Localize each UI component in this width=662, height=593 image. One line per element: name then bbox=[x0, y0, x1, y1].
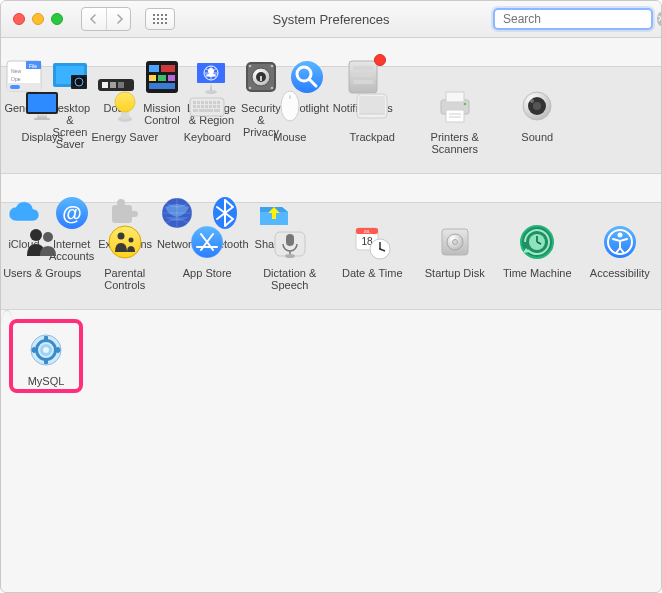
displays-icon bbox=[21, 85, 63, 127]
pref-mysql[interactable]: MySQL bbox=[9, 319, 83, 393]
users-icon bbox=[21, 221, 63, 263]
window-controls bbox=[9, 13, 63, 25]
pref-label-parental: Parental Controls bbox=[86, 267, 165, 291]
pref-label-trackpad: Trackpad bbox=[350, 131, 395, 143]
appstore-icon bbox=[186, 221, 228, 263]
nav-back-forward bbox=[81, 7, 131, 31]
close-window-button[interactable] bbox=[13, 13, 25, 25]
pref-label-mysql: MySQL bbox=[28, 375, 65, 387]
pref-label-mouse: Mouse bbox=[273, 131, 306, 143]
pref-label-datetime: Date & Time bbox=[342, 267, 403, 279]
search-field-container[interactable]: ✕ bbox=[493, 8, 653, 30]
pref-sound[interactable]: Sound bbox=[496, 81, 579, 159]
pref-label-users: Users & Groups bbox=[3, 267, 81, 279]
grid-icon bbox=[153, 14, 167, 24]
mouse-icon bbox=[269, 85, 311, 127]
pref-label-sound: Sound bbox=[521, 131, 553, 143]
accessibility-icon bbox=[599, 221, 641, 263]
notification-badge bbox=[374, 54, 386, 66]
pref-accessibility[interactable]: Accessibility bbox=[579, 217, 662, 295]
timemachine-icon bbox=[516, 221, 558, 263]
startup-icon bbox=[434, 221, 476, 263]
pref-label-dictation: Dictation & Speech bbox=[251, 267, 330, 291]
pref-timemachine[interactable]: Time Machine bbox=[496, 217, 579, 295]
clear-search-button[interactable]: ✕ bbox=[657, 12, 662, 26]
preference-row-2: iCloudInternet AccountsExtensionsNetwork… bbox=[1, 174, 13, 202]
printers-icon bbox=[434, 85, 476, 127]
pref-label-displays: Displays bbox=[21, 131, 63, 143]
zoom-window-button[interactable] bbox=[51, 13, 63, 25]
mysql-icon bbox=[25, 329, 67, 371]
pref-label-appstore: App Store bbox=[183, 267, 232, 279]
minimize-window-button[interactable] bbox=[32, 13, 44, 25]
pref-printers[interactable]: Printers & Scanners bbox=[414, 81, 497, 159]
pref-label-timemachine: Time Machine bbox=[503, 267, 572, 279]
system-preferences-window: System Preferences ✕ GeneralDesktop & Sc… bbox=[0, 0, 662, 593]
parental-icon bbox=[104, 221, 146, 263]
pref-label-keyboard: Keyboard bbox=[184, 131, 231, 143]
pref-label-accessibility: Accessibility bbox=[590, 267, 650, 279]
back-button[interactable] bbox=[82, 8, 106, 30]
mission-control-icon bbox=[141, 56, 183, 98]
forward-button[interactable] bbox=[106, 8, 130, 30]
preference-row-0: GeneralDesktop & Screen SaverDockMission… bbox=[1, 38, 13, 66]
preference-row-4: MySQL bbox=[1, 310, 13, 339]
pref-label-energy: Energy Saver bbox=[91, 131, 158, 143]
show-all-button[interactable] bbox=[145, 8, 175, 30]
pref-datetime[interactable]: Date & Time bbox=[331, 217, 414, 295]
titlebar: System Preferences ✕ bbox=[1, 1, 661, 38]
pref-startup[interactable]: Startup Disk bbox=[414, 217, 497, 295]
preference-panes-container: GeneralDesktop & Screen SaverDockMission… bbox=[1, 38, 661, 339]
pref-label-startup: Startup Disk bbox=[425, 267, 485, 279]
pref-parental[interactable]: Parental Controls bbox=[84, 217, 167, 295]
keyboard-icon bbox=[186, 85, 228, 127]
sound-icon bbox=[516, 85, 558, 127]
datetime-icon bbox=[351, 221, 393, 263]
dictation-icon bbox=[269, 221, 311, 263]
trackpad-icon bbox=[351, 85, 393, 127]
search-input[interactable] bbox=[503, 12, 653, 26]
pref-label-printers: Printers & Scanners bbox=[416, 131, 495, 155]
preference-row-3: Users & GroupsParental ControlsApp Store… bbox=[1, 202, 661, 310]
energy-icon bbox=[104, 85, 146, 127]
